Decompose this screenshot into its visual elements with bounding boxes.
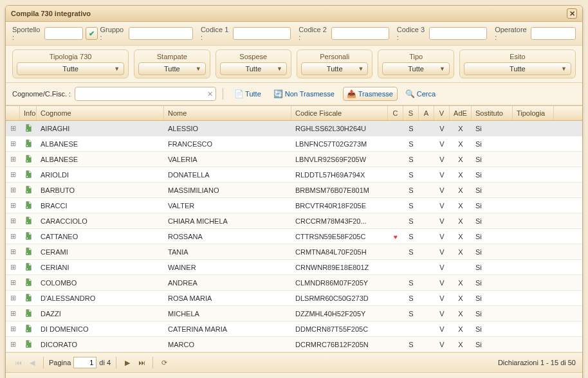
expand-icon[interactable]: ⊞	[6, 278, 20, 287]
row-info-icon[interactable]	[20, 201, 37, 211]
col-sostituto[interactable]: Sostituto	[472, 106, 513, 120]
cell-s: S	[403, 125, 419, 132]
dropdown-stampate: StampateTutte▼	[134, 50, 210, 78]
cell-ade: X	[450, 125, 472, 132]
cell-v: V	[434, 279, 450, 287]
col-cf[interactable]: Codice Fiscale	[291, 106, 388, 120]
cell-sostituto: Si	[472, 217, 513, 225]
grid-body: ⊞AIRAGHIALESSIORGHLSS62L30H264USVXSi⊞ALB…	[6, 121, 582, 352]
expand-icon[interactable]: ⊞	[6, 155, 20, 163]
expand-icon[interactable]: ⊞	[6, 140, 20, 148]
table-row[interactable]: ⊞BRACCIVALTERBRCVTR40R18F205ESVXSi	[6, 198, 582, 213]
expand-icon[interactable]: ⊞	[6, 340, 20, 348]
search-input[interactable]	[75, 90, 204, 98]
dropdown-button[interactable]: Tutte▼	[138, 62, 205, 75]
filter-trasmesse-label: Trasmesse	[358, 90, 393, 98]
row-info-icon[interactable]	[20, 262, 37, 273]
sportello-input[interactable]	[44, 27, 83, 40]
dropdown-button[interactable]: Tutte▼	[464, 62, 571, 75]
table-row[interactable]: ⊞AIRAGHIALESSIORGHLSS62L30H264USVXSi	[6, 121, 582, 136]
refresh-button[interactable]: ⟳	[158, 357, 170, 368]
table-row[interactable]: ⊞DI DOMENICOCATERINA MARIADDMCRN87T55F20…	[6, 321, 582, 337]
col-c[interactable]: C	[388, 106, 403, 120]
dropdown-label: Personali	[301, 53, 368, 60]
row-info-icon[interactable]	[20, 309, 37, 319]
filter-tutte-link[interactable]: 📄 Tutte	[230, 87, 266, 101]
table-row[interactable]: ⊞ALBANESEFRANCESCOLBNFNC57T02G273MSVXSi	[6, 136, 582, 152]
col-ade[interactable]: AdE	[450, 106, 472, 120]
col-nome[interactable]: Nome	[164, 106, 291, 120]
col-a[interactable]: A	[419, 106, 434, 120]
col-s[interactable]: S	[403, 106, 419, 120]
dropdown-value: Tutte	[510, 65, 526, 73]
col-tipologia[interactable]: Tipologia	[513, 106, 554, 120]
pager-of: di 4	[99, 359, 111, 366]
expand-icon[interactable]: ⊞	[6, 186, 20, 194]
dropdown-button[interactable]: Tutte▼	[382, 62, 449, 75]
cell-cognome: BARBUTO	[37, 186, 164, 194]
expand-icon[interactable]: ⊞	[6, 217, 20, 225]
expand-icon[interactable]: ⊞	[6, 248, 20, 256]
table-row[interactable]: ⊞BARBUTOMASSIMILIANOBRBMSM76B07E801MSVXS…	[6, 183, 582, 198]
expand-icon[interactable]: ⊞	[6, 263, 20, 271]
cell-ade: X	[450, 341, 472, 348]
table-row[interactable]: ⊞ALBANESEVALERIALBNVLR92S69F205WSVXSi	[6, 152, 582, 167]
expand-icon[interactable]: ⊞	[6, 325, 20, 333]
table-row[interactable]: ⊞COLOMBOANDREACLMNDR86M07F205YSVXSi	[6, 275, 582, 291]
table-row[interactable]: ⊞CERIANIWAINERCRNWNR89E18E801ZVSi	[6, 260, 582, 275]
cell-s: S	[403, 233, 419, 240]
row-info-icon[interactable]	[20, 185, 37, 195]
codice1-label: Codice 1 :	[201, 26, 229, 41]
prev-page-button[interactable]: ◀	[26, 357, 38, 368]
cell-cf: CRCCRM78M43F20...	[291, 217, 388, 225]
expand-icon[interactable]: ⊞	[6, 124, 20, 132]
cell-cf: CLMNDR86M07F205Y	[291, 279, 388, 287]
expand-icon[interactable]: ⊞	[6, 309, 20, 318]
sportello-confirm-button[interactable]: ✔	[86, 27, 97, 40]
col-info[interactable]: Info	[20, 106, 37, 120]
dropdown-button[interactable]: Tutte▼	[301, 62, 368, 75]
dropdown-button[interactable]: Tutte▼	[220, 62, 287, 75]
next-page-button[interactable]: ▶	[122, 357, 133, 368]
search-button[interactable]: 🔍 Cerca	[401, 87, 440, 101]
row-info-icon[interactable]	[20, 231, 37, 242]
expand-icon[interactable]: ⊞	[6, 201, 20, 210]
filter-nontrasmesse-link[interactable]: 🔄 Non Trasmesse	[270, 87, 339, 101]
table-row[interactable]: ⊞CATTANEOROSSANACTTRSN59E58F205C♥SVXSi	[6, 229, 582, 244]
row-info-icon[interactable]	[20, 170, 37, 180]
cell-s: S	[403, 156, 419, 163]
row-info-icon[interactable]	[20, 123, 37, 134]
close-button[interactable]: ✕	[567, 8, 577, 19]
row-info-icon[interactable]	[20, 293, 37, 303]
col-cognome[interactable]: Cognome	[37, 106, 164, 120]
table-row[interactable]: ⊞DICORATOMARCODCRMRC76B12F205NSVXSi	[6, 337, 582, 352]
table-row[interactable]: ⊞ARIOLDIDONATELLARLDDTL57H69A794XSVXSi	[6, 167, 582, 183]
page-number-input[interactable]	[73, 357, 96, 368]
expand-icon[interactable]: ⊞	[6, 170, 20, 179]
filter-trasmesse-link[interactable]: 📤 Trasmesse	[343, 87, 398, 101]
expand-icon[interactable]: ⊞	[6, 294, 20, 302]
table-row[interactable]: ⊞DAZZIMICHELADZZMHL40H52F205YSVXSi	[6, 306, 582, 321]
col-v[interactable]: V	[434, 106, 450, 120]
codice2-input[interactable]	[331, 27, 389, 40]
dropdown-value: Tutte	[62, 65, 78, 73]
first-page-button[interactable]: ⏮	[12, 357, 24, 368]
row-info-icon[interactable]	[20, 216, 37, 226]
codice1-input[interactable]	[233, 27, 291, 40]
table-row[interactable]: ⊞CERAMITANIACRMTNA84L70F205HSVXSi	[6, 244, 582, 260]
row-info-icon[interactable]	[20, 339, 37, 350]
codice3-input[interactable]	[429, 27, 487, 40]
row-info-icon[interactable]	[20, 278, 37, 288]
last-page-button[interactable]: ⏭	[136, 357, 147, 368]
row-info-icon[interactable]	[20, 154, 37, 165]
row-info-icon[interactable]	[20, 324, 37, 334]
clear-search-icon[interactable]: ✕	[204, 90, 216, 98]
dropdown-button[interactable]: Tutte▼	[17, 62, 124, 75]
table-row[interactable]: ⊞CARACCIOLOCHIARA MICHELACRCCRM78M43F20.…	[6, 213, 582, 229]
expand-icon[interactable]: ⊞	[6, 232, 20, 240]
row-info-icon[interactable]	[20, 139, 37, 149]
gruppo-input[interactable]	[129, 27, 193, 40]
operatore-input[interactable]	[531, 27, 576, 40]
row-info-icon[interactable]	[20, 247, 37, 257]
table-row[interactable]: ⊞D'ALESSANDROROSA MARIADLSRMR60C50G273DS…	[6, 291, 582, 306]
